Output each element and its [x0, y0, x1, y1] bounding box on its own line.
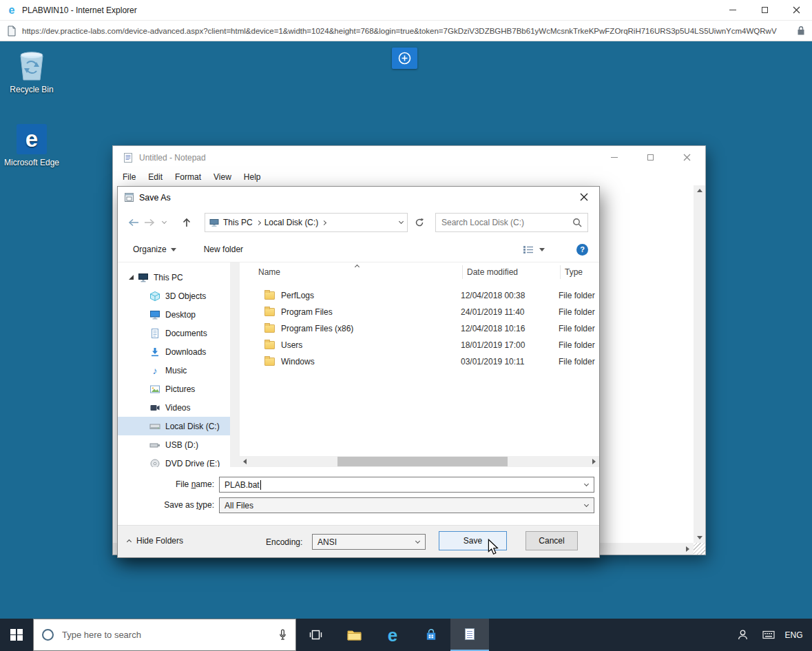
menu-format[interactable]: Format	[169, 172, 207, 182]
notepad-minimize-button[interactable]	[596, 146, 632, 169]
sidebar-item-3d-objects[interactable]: 3D Objects	[118, 287, 230, 305]
notepad-taskbar-button[interactable]	[450, 619, 489, 651]
scroll-right-icon	[592, 459, 596, 464]
notepad-close-button[interactable]	[669, 146, 705, 169]
sidebar-item-this-pc[interactable]: This PC	[118, 268, 230, 287]
browser-minimize-button[interactable]	[717, 0, 749, 21]
file-row-program-files[interactable]: Program Files 24/01/2019 11:40 File fold…	[240, 304, 599, 320]
breadcrumb-separator-icon[interactable]	[322, 220, 326, 225]
sidebar-item-music[interactable]: ♪ Music	[118, 361, 230, 380]
notepad-titlebar[interactable]: Untitled - Notepad	[113, 146, 705, 169]
sidebar-item-local-disk-c[interactable]: Local Disk (C:)	[118, 417, 230, 435]
sidebar-item-videos[interactable]: Videos	[118, 398, 230, 417]
view-dropdown-icon[interactable]	[539, 248, 545, 251]
file-rows: PerfLogs 12/04/2018 00:38 File folder Pr…	[240, 287, 599, 370]
people-icon	[737, 629, 749, 641]
lock-icon	[797, 25, 805, 36]
internet-explorer-button[interactable]: e	[373, 619, 412, 651]
menu-edit[interactable]: Edit	[142, 172, 169, 182]
browser-maximize-button[interactable]	[749, 0, 780, 21]
browser-close-button[interactable]	[780, 0, 812, 21]
address-dropdown-icon[interactable]	[399, 219, 404, 224]
search-input[interactable]: Search Local Disk (C:)	[435, 213, 588, 232]
browser-title: PLABWIN10 - Internet Explorer	[22, 6, 137, 15]
sidebar-item-documents[interactable]: Documents	[118, 324, 230, 342]
sidebar-item-label: Desktop	[165, 310, 196, 320]
breadcrumb-local-disk[interactable]: Local Disk (C:)	[264, 218, 319, 227]
help-button[interactable]: ?	[576, 244, 588, 256]
scrollbar-thumb[interactable]	[337, 457, 508, 466]
refresh-button[interactable]	[410, 213, 428, 232]
file-name-label: File name:	[118, 479, 214, 489]
resize-grip[interactable]	[694, 543, 705, 555]
save-as-type-select[interactable]: All Files	[219, 497, 594, 513]
change-view-button[interactable]	[523, 245, 534, 254]
breadcrumb-separator-icon[interactable]	[256, 220, 261, 225]
back-arrow-icon	[128, 218, 140, 227]
desktop-icon-label: Microsoft Edge	[4, 158, 59, 167]
file-name-input[interactable]: PLAB.bat	[219, 477, 594, 493]
file-explorer-button[interactable]	[335, 619, 373, 651]
screen: e PLABWIN10 - Internet Explorer https://…	[0, 0, 812, 651]
file-name: Users	[281, 340, 457, 350]
maximize-icon	[647, 154, 654, 161]
file-row-program-files-x86[interactable]: Program Files (x86) 12/04/2018 10:16 Fil…	[240, 320, 599, 337]
menu-help[interactable]: Help	[238, 172, 267, 182]
save-as-type-label: Save as type:	[118, 500, 214, 510]
dialog-close-button[interactable]	[568, 187, 599, 207]
dialog-titlebar[interactable]: Save As	[118, 187, 599, 208]
history-dropdown-button[interactable]	[159, 222, 169, 223]
file-list-horizontal-scrollbar[interactable]	[240, 456, 599, 467]
sidebar-item-label: This PC	[154, 273, 183, 282]
column-header-date-modified[interactable]: Date modified	[463, 265, 561, 279]
microphone-icon[interactable]	[278, 629, 287, 641]
notepad-maximize-button[interactable]	[632, 146, 669, 169]
sidebar-item-dvd-drive-e[interactable]: DVD Drive (E:)	[118, 454, 230, 467]
desktop-icon-microsoft-edge[interactable]: e Microsoft Edge	[3, 124, 61, 167]
taskbar-search-input[interactable]: Type here to search	[33, 619, 296, 651]
people-button[interactable]	[730, 619, 756, 651]
forward-button[interactable]	[141, 218, 156, 227]
microsoft-store-button[interactable]	[412, 619, 450, 651]
refresh-icon	[415, 218, 424, 227]
sidebar-item-desktop[interactable]: Desktop	[118, 305, 230, 324]
menu-view[interactable]: View	[207, 172, 238, 182]
file-date: 12/04/2018 00:38	[457, 291, 554, 300]
cancel-button[interactable]: Cancel	[525, 531, 578, 550]
search-placeholder: Search Local Disk (C:)	[441, 218, 572, 227]
language-indicator[interactable]: ENG	[781, 619, 806, 651]
sidebar-item-usb-d[interactable]: USB (D:)	[118, 435, 230, 454]
file-row-users[interactable]: Users 18/01/2019 17:00 File folder	[240, 337, 599, 353]
file-type: File folder	[554, 324, 599, 333]
task-view-button[interactable]	[296, 619, 335, 651]
notepad-vertical-scrollbar[interactable]	[694, 185, 705, 543]
save-as-type-dropdown-button[interactable]	[579, 499, 593, 512]
up-button[interactable]	[178, 218, 195, 228]
encoding-select[interactable]: ANSI	[312, 534, 426, 550]
address-breadcrumb-bar[interactable]: This PC Local Disk (C:)	[205, 213, 408, 232]
sidebar-item-pictures[interactable]: Pictures	[118, 380, 230, 398]
encoding-dropdown-button[interactable]	[410, 535, 424, 548]
new-folder-button[interactable]: New folder	[204, 245, 243, 254]
file-date: 24/01/2019 11:40	[457, 307, 554, 317]
menu-file[interactable]: File	[116, 172, 142, 182]
file-row-windows[interactable]: Windows 03/01/2019 10:11 File folder	[240, 353, 599, 370]
file-name-dropdown-button[interactable]	[579, 478, 593, 491]
sidebar-item-downloads[interactable]: Downloads	[118, 342, 230, 361]
sidebar-item-label: Videos	[165, 403, 190, 413]
organize-button[interactable]: Organize	[133, 245, 176, 254]
lab-toolbar-expand-button[interactable]	[392, 48, 417, 69]
url-text[interactable]: https://dev.practice-labs.com/device-adv…	[22, 27, 791, 35]
back-button[interactable]	[126, 218, 141, 227]
expand-triangle-icon[interactable]	[129, 275, 134, 280]
breadcrumb-this-pc[interactable]: This PC	[223, 218, 253, 227]
column-header-name[interactable]: Name	[258, 265, 463, 279]
desktop-icon-recycle-bin[interactable]: Recycle Bin	[3, 50, 61, 94]
column-header-type[interactable]: Type	[561, 265, 599, 279]
dvd-drive-icon	[149, 459, 160, 468]
save-button[interactable]: Save	[439, 531, 507, 550]
file-row-perflogs[interactable]: PerfLogs 12/04/2018 00:38 File folder	[240, 287, 599, 304]
hide-folders-button[interactable]: Hide Folders	[127, 536, 183, 546]
start-button[interactable]	[0, 619, 33, 651]
touch-keyboard-button[interactable]	[756, 619, 781, 651]
